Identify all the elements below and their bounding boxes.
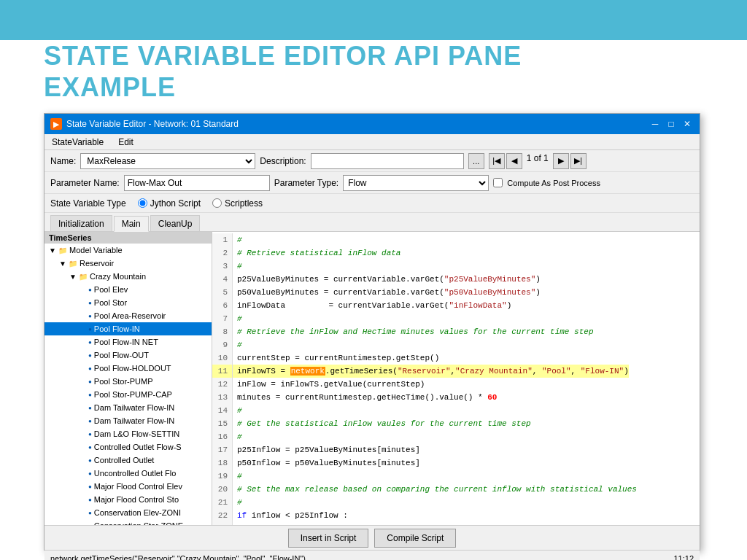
compute-post-process-checkbox[interactable] (493, 178, 503, 187)
folder-icon: 📁 (78, 273, 88, 281)
line-content: # (233, 430, 242, 443)
tree-node[interactable]: ●Uncontrolled Outlet Flo (44, 467, 212, 480)
title-bar-controls: ─ □ ✕ (649, 117, 694, 131)
menu-edit[interactable]: Edit (115, 136, 136, 149)
tree-node[interactable]: ●Pool Stor-PUMP-CAP (44, 388, 212, 401)
tree-node[interactable]: ▼📁Reservoir (44, 257, 212, 270)
code-line: 9# (212, 338, 700, 351)
tree-node[interactable]: ●Pool Flow-OUT (44, 349, 212, 362)
tree-node-label: Pool Stor (94, 298, 127, 307)
line-content: p50Inflow = p50ValueByMinutes[minutes] (233, 456, 420, 470)
line-number: 7 (212, 312, 233, 325)
content-area: TimeSeries ▼📁Model Variable▼📁Reservoir▼📁… (44, 232, 700, 525)
nav-group: |◀ ◀ 1 of 1 ▶ ▶| (489, 153, 587, 169)
tab-cleanup[interactable]: CleanUp (150, 215, 201, 231)
radio-jython-label: Jython Script (150, 198, 201, 209)
title-bar-left: ▶ State Variable Editor - Network: 01 St… (50, 118, 239, 130)
tree-node[interactable]: ●Pool Stor (44, 296, 212, 309)
line-content: if inflow < p25Inflow : (233, 509, 348, 522)
tree-node-label: Pool Stor-PUMP-CAP (94, 390, 172, 399)
line-content: # Get the statistical inFlow vaules for … (233, 417, 531, 430)
tree-node[interactable]: ●Pool Flow-HOLDOUT (44, 362, 212, 375)
tree-node-label: Model Variable (69, 246, 123, 254)
tree-node-label: Pool Flow-HOLDOUT (94, 364, 171, 373)
tree-node[interactable]: ●Conservation Elev-ZONI (44, 506, 212, 519)
nav-last-button[interactable]: ▶| (570, 153, 587, 169)
line-content: minutes = currentRuntimestep.getHecTime(… (233, 391, 497, 404)
status-bar: network.getTimeSeries("Reservoir","Crazy… (44, 550, 700, 560)
tab-main[interactable]: Main (114, 216, 149, 232)
line-number: 17 (212, 443, 233, 456)
tree-node-label: Dam L&O Flow-SETTIN (94, 429, 179, 438)
param-type-select[interactable]: Flow (343, 175, 489, 191)
maximize-button[interactable]: □ (665, 117, 678, 131)
browse-button[interactable]: ... (468, 153, 484, 169)
line-number: 6 (212, 299, 233, 312)
close-button[interactable]: ✕ (681, 117, 694, 131)
param-name-label: Parameter Name: (50, 178, 120, 188)
code-line: 6inFlowData = currentVariable.varGet("in… (212, 299, 700, 312)
minimize-button[interactable]: ─ (649, 117, 662, 131)
tree-node[interactable]: ●Pool Stor-PUMP (44, 375, 212, 388)
tree-node[interactable]: ●Controlled Outlet Flow-S (44, 440, 212, 454)
bullet-icon: ● (88, 483, 92, 490)
code-line: 15# Get the statistical inFlow vaules fo… (212, 417, 700, 430)
line-content: p25Inflow = p25ValueByMinutes[minutes] (233, 443, 420, 456)
line-content: currentStep = currentRuntimestep.getStep… (233, 351, 439, 365)
bullet-icon: ● (88, 510, 92, 516)
code-line: 5p50ValueByMinutes = currentVariable.var… (212, 286, 700, 299)
status-position: 11:12 (673, 554, 694, 561)
tree-node[interactable]: ●Pool Flow-IN NET (44, 335, 212, 349)
tree-node[interactable]: ●Dam Tailwater Flow-IN (44, 414, 212, 427)
radio-jython[interactable] (138, 198, 147, 208)
name-select[interactable]: MaxRelease (80, 153, 255, 169)
tree-node-label: Reservoir (80, 259, 114, 268)
line-content: # (233, 470, 242, 483)
radio-scriptless[interactable] (212, 198, 222, 208)
code-line: 16# (212, 430, 700, 443)
tree-node[interactable]: ●Pool Flow-IN (44, 322, 212, 335)
line-number: 2 (212, 246, 233, 260)
tree-node[interactable]: ●Major Flood Control Sto (44, 493, 212, 506)
nav-first-button[interactable]: |◀ (489, 153, 505, 169)
line-number: 22 (212, 509, 233, 522)
menu-statevariable[interactable]: StateVariable (49, 136, 107, 149)
code-area[interactable]: 1#2# Retrieve statistical inFlow data3#4… (212, 232, 700, 525)
tree-node[interactable]: ●Controlled Outlet (44, 454, 212, 467)
bullet-icon: ● (88, 405, 92, 411)
tree-node[interactable]: ▼📁Crazy Mountain (44, 270, 212, 283)
line-content: # (233, 404, 242, 417)
tree-node[interactable]: ●Conservation Stor-ZONE (44, 519, 212, 525)
tree-node[interactable]: ●Pool Area-Reservoir (44, 309, 212, 322)
bullet-icon: ● (88, 313, 92, 319)
tree-node[interactable]: ●Dam L&O Flow-SETTIN (44, 427, 212, 440)
nav-prev-button[interactable]: ◀ (506, 153, 522, 169)
tree-node-label: Conservation Stor-ZONE (94, 521, 183, 525)
line-content: # (233, 496, 242, 509)
code-line: 12inFlow = inFlowTS.getValue(currentStep… (212, 378, 700, 391)
line-content: # Retrieve statistical inFlow data (233, 246, 400, 260)
line-content: p50ValueByMinutes = currentVariable.varG… (233, 286, 541, 299)
compile-script-button[interactable]: Compile Script (374, 529, 456, 548)
tree-node[interactable]: ▼📁Model Variable (44, 244, 212, 257)
code-line: 21# (212, 496, 700, 509)
description-label: Description: (260, 156, 306, 166)
tree-node[interactable]: ●Pool Elev (44, 283, 212, 296)
nav-next-button[interactable]: ▶ (553, 153, 569, 169)
param-name-input[interactable] (124, 175, 270, 191)
line-number: 18 (212, 456, 233, 470)
description-input[interactable] (311, 153, 464, 169)
tree-node-label: Controlled Outlet Flow-S (94, 443, 182, 451)
state-variable-editor-window: ▶ State Variable Editor - Network: 01 St… (44, 113, 700, 551)
bullet-icon: ● (88, 470, 92, 477)
tab-initialization[interactable]: Initialization (50, 215, 112, 231)
insert-in-script-button[interactable]: Insert in Script (288, 529, 369, 548)
tree-node[interactable]: ●Dam Tailwater Flow-IN (44, 401, 212, 414)
line-number: 11 (212, 365, 233, 378)
tree-node[interactable]: ●Major Flood Control Elev (44, 480, 212, 493)
compute-post-process-label: Compute As Post Process (507, 179, 600, 187)
bullet-icon: ● (88, 431, 92, 438)
folder-icon: 📁 (58, 246, 68, 254)
bottom-buttons: Insert in Script Compile Script (44, 525, 700, 550)
expand-icon: ▼ (68, 273, 78, 281)
